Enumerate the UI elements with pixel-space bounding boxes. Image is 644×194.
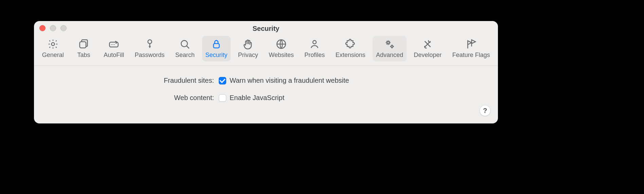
- gear-icon: [47, 38, 59, 50]
- tab-label: Security: [205, 52, 227, 59]
- row-fraudulent-sites: Fraudulent sites: Warn when visiting a f…: [42, 77, 490, 84]
- label-fraudulent-sites: Fraudulent sites:: [42, 77, 219, 84]
- lock-icon: [210, 38, 222, 50]
- svg-point-4: [112, 44, 113, 45]
- tab-profiles[interactable]: Profiles: [301, 36, 328, 61]
- help-glyph: ?: [483, 107, 487, 115]
- tab-label: Profiles: [304, 52, 325, 59]
- checkbox-enable-javascript[interactable]: Enable JavaScript: [219, 94, 490, 102]
- tab-label: Passwords: [135, 52, 165, 59]
- svg-point-10: [313, 40, 316, 44]
- tab-websites[interactable]: Websites: [266, 36, 297, 61]
- hand-icon: [242, 38, 254, 50]
- tab-tabs[interactable]: Tabs: [71, 36, 96, 61]
- window-minimize-button[interactable]: [50, 25, 56, 31]
- key-icon: [144, 38, 156, 50]
- globe-icon: [275, 38, 287, 50]
- preferences-toolbar: General Tabs AutoFill Passwords Search: [34, 33, 498, 65]
- checkbox-label: Warn when visiting a fraudulent website: [230, 77, 349, 84]
- tab-passwords[interactable]: Passwords: [131, 36, 168, 61]
- checkbox-warn-fraudulent[interactable]: Warn when visiting a fraudulent website: [219, 77, 490, 84]
- svg-point-6: [148, 40, 151, 43]
- gears-icon: [383, 38, 396, 50]
- window-title: Security: [253, 25, 280, 33]
- puzzle-icon: [344, 38, 357, 50]
- titlebar: Security: [34, 21, 498, 33]
- checkbox-input-warn-fraudulent[interactable]: [219, 77, 226, 84]
- tab-developer[interactable]: Developer: [411, 36, 445, 61]
- tab-advanced[interactable]: Advanced: [373, 36, 406, 61]
- tab-label: Search: [175, 52, 195, 59]
- content-area: Fraudulent sites: Warn when visiting a f…: [34, 66, 498, 123]
- tab-security[interactable]: Security: [202, 36, 231, 61]
- traffic-lights: [39, 25, 67, 31]
- tab-feature-flags[interactable]: Feature Flags: [449, 36, 493, 61]
- svg-rect-1: [80, 42, 86, 48]
- tab-label: Extensions: [336, 52, 365, 59]
- tab-search[interactable]: Search: [172, 36, 198, 61]
- help-button[interactable]: ?: [480, 105, 490, 116]
- svg-point-3: [111, 44, 112, 45]
- window-zoom-button[interactable]: [60, 25, 67, 31]
- tab-label: General: [42, 52, 64, 59]
- tab-label: Feature Flags: [452, 52, 490, 59]
- checkbox-input-enable-javascript[interactable]: [219, 94, 226, 102]
- tools-icon: [422, 38, 434, 50]
- svg-point-11: [387, 41, 389, 44]
- checkbox-label: Enable JavaScript: [230, 94, 284, 102]
- svg-point-7: [181, 40, 187, 46]
- tab-label: Websites: [269, 52, 294, 59]
- tab-privacy[interactable]: Privacy: [235, 36, 261, 61]
- row-web-content: Web content: Enable JavaScript: [42, 94, 490, 102]
- pencil-box-icon: [108, 38, 120, 50]
- svg-rect-8: [213, 44, 219, 48]
- svg-point-12: [391, 45, 393, 47]
- tab-label: Advanced: [376, 52, 403, 59]
- person-icon: [308, 38, 321, 50]
- tab-label: Tabs: [77, 52, 90, 59]
- tab-label: Privacy: [238, 52, 258, 59]
- tab-label: AutoFill: [104, 52, 124, 59]
- tab-extensions[interactable]: Extensions: [332, 36, 369, 61]
- window-close-button[interactable]: [39, 25, 46, 31]
- svg-point-0: [51, 42, 54, 45]
- search-icon: [179, 38, 191, 50]
- svg-point-5: [114, 44, 114, 45]
- flags-icon: [465, 38, 477, 50]
- tabs-icon: [77, 38, 90, 50]
- tab-autofill[interactable]: AutoFill: [100, 36, 127, 61]
- label-web-content: Web content:: [42, 94, 219, 102]
- preferences-window: Security General Tabs AutoFill Pass: [34, 21, 498, 123]
- tab-label: Developer: [414, 52, 442, 59]
- tab-general[interactable]: General: [39, 36, 67, 61]
